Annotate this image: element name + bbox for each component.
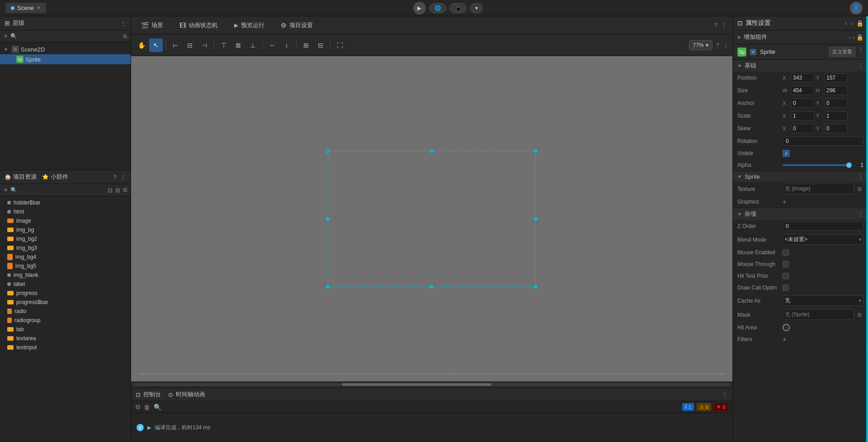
- scene-tab-close[interactable]: ✕: [37, 5, 41, 11]
- search-log-icon[interactable]: 🔍: [154, 404, 161, 411]
- props-collapse-icon[interactable]: ‹: [845, 20, 847, 27]
- scale-y-input[interactable]: [824, 111, 848, 120]
- size-w-input[interactable]: [791, 86, 814, 95]
- section-basic-menu[interactable]: ⋮: [858, 62, 863, 69]
- mouse-through-checkbox[interactable]: [783, 261, 789, 267]
- asset-item-radiogroup[interactable]: radiogroup: [0, 316, 131, 325]
- props-lock-icon[interactable]: 🔒: [856, 20, 863, 27]
- zoom-selector[interactable]: 77% ▾: [689, 40, 712, 50]
- custom-var-button[interactable]: 定义变量: [829, 47, 855, 57]
- hierarchy-search-input[interactable]: [20, 33, 120, 39]
- asset-item-img-bg[interactable]: img_bg: [0, 225, 131, 234]
- tree-item-scene2d[interactable]: ▼ S Scene2D: [0, 44, 131, 54]
- mask-select[interactable]: 无 (Sprite): [783, 309, 854, 320]
- skew-y-input[interactable]: [824, 124, 848, 133]
- sprite-expand-icon[interactable]: ⋮: [858, 47, 863, 57]
- tab-project-assets[interactable]: 🏠 项目资源: [5, 173, 37, 181]
- more-button[interactable]: ▾: [470, 3, 483, 13]
- section-sprite-header[interactable]: ▼ Sprite ⋮: [733, 171, 868, 182]
- handle-mid-left[interactable]: [326, 217, 330, 221]
- tab-preview-run[interactable]: ▶ 预览运行: [230, 19, 269, 32]
- scene-tab[interactable]: Scene ✕: [5, 3, 46, 13]
- section-sprite-menu[interactable]: ⋮: [858, 174, 863, 180]
- copy-log-icon[interactable]: ⧉: [136, 403, 140, 411]
- hierarchy-menu-icon[interactable]: ⋮: [120, 20, 126, 27]
- texture-open-icon[interactable]: ⧉: [856, 186, 863, 192]
- tool-grid1[interactable]: ⊞: [299, 38, 313, 52]
- nav-lock-icon[interactable]: 🔒: [856, 34, 863, 41]
- canvas-help-icon[interactable]: ?: [716, 42, 719, 48]
- asset-item-textinput[interactable]: textinput: [0, 343, 131, 352]
- skew-x-input[interactable]: [791, 124, 814, 133]
- asset-item-label[interactable]: label: [0, 280, 131, 289]
- cache-as-select[interactable]: 无 ▾: [783, 295, 863, 306]
- top-menu-icon[interactable]: ⋮: [721, 22, 727, 29]
- asset-item-img-bg2[interactable]: img_bg2: [0, 234, 131, 243]
- tab-project-settings[interactable]: ⚙ 项目设置: [276, 19, 317, 32]
- handle-top-center[interactable]: [430, 149, 434, 153]
- asset-item-hsliderbar[interactable]: hslider$bar: [0, 198, 131, 207]
- sprite-visible-checkbox[interactable]: ✓: [750, 49, 756, 55]
- hit-area-icon[interactable]: ○: [783, 324, 790, 331]
- zorder-input[interactable]: [783, 222, 863, 231]
- blendmode-select[interactable]: <未设置> ▾: [783, 234, 863, 245]
- right-cyan-scrollbar[interactable]: [866, 16, 868, 442]
- asset-item-progressbar[interactable]: progress$bar: [0, 298, 131, 307]
- handle-bot-right[interactable]: [534, 285, 538, 289]
- assets-copy-icon[interactable]: ⧉: [123, 186, 127, 194]
- handle-mid-right[interactable]: [534, 217, 538, 221]
- position-y-input[interactable]: [824, 73, 848, 82]
- bottom-panel-menu-icon[interactable]: ⋮: [722, 391, 728, 398]
- tab-animation-timeline[interactable]: ⊙ 时间轴动画: [168, 390, 205, 399]
- visible-checkbox[interactable]: ✓: [783, 150, 790, 157]
- mask-open-icon[interactable]: ⧉: [856, 312, 863, 318]
- add-component-button[interactable]: + 增加组件: [737, 33, 767, 41]
- tool-hand[interactable]: ✋: [135, 38, 148, 52]
- handle-bot-left[interactable]: [326, 285, 330, 289]
- asset-item-img-blank[interactable]: img_blank: [0, 271, 131, 280]
- asset-item-html[interactable]: html: [0, 207, 131, 216]
- sprite-canvas-rect[interactable]: [328, 151, 536, 287]
- top-help-icon[interactable]: ?: [714, 22, 717, 29]
- asset-item-img-bg5[interactable]: img_bg5: [0, 261, 131, 271]
- hierarchy-add-icon[interactable]: +: [4, 32, 8, 40]
- mobile-button[interactable]: 📱: [450, 3, 467, 13]
- asset-item-tab[interactable]: tab: [0, 325, 131, 334]
- tool-align-top[interactable]: ⊤: [217, 38, 231, 52]
- nav-prev-icon[interactable]: ‹: [849, 34, 850, 41]
- asset-item-radio[interactable]: radio: [0, 307, 131, 316]
- tab-scene[interactable]: 🎬 场景: [137, 19, 168, 32]
- asset-item-img-bg4[interactable]: img_bg4: [0, 252, 131, 261]
- anchor-x-input[interactable]: [791, 99, 814, 108]
- anchor-y-input[interactable]: [824, 99, 848, 108]
- canvas-hscrollbar[interactable]: [131, 381, 732, 388]
- handle-bot-center[interactable]: [430, 285, 434, 289]
- clear-log-icon[interactable]: 🗑: [144, 404, 150, 411]
- handle-top-right[interactable]: [534, 149, 538, 153]
- tool-grid2[interactable]: ⊟: [314, 38, 327, 52]
- canvas-menu-icon[interactable]: ⋮: [723, 42, 729, 48]
- play-button[interactable]: ▶: [413, 2, 426, 14]
- canvas-area[interactable]: [131, 56, 732, 381]
- filters-add-btn[interactable]: +: [783, 336, 786, 343]
- tab-console[interactable]: ⊡ 控制台: [136, 390, 161, 399]
- tool-align-bottom[interactable]: ⊥: [246, 38, 259, 52]
- tree-item-sprite[interactable]: Sp Sprite: [0, 54, 131, 64]
- handle-top-left[interactable]: [326, 149, 330, 153]
- texture-select[interactable]: 无 (Image): [783, 184, 854, 194]
- size-h-input[interactable]: [824, 86, 848, 95]
- globe-button[interactable]: 🌐: [429, 3, 446, 13]
- tool-fit-h[interactable]: ↔: [265, 38, 279, 52]
- tool-align-right-edge[interactable]: ⊣: [198, 38, 211, 52]
- tab-animation-state[interactable]: 🎞 动画状态机: [175, 19, 222, 32]
- hierarchy-copy-icon[interactable]: ⧉: [123, 33, 127, 39]
- section-misc-header[interactable]: ▼ 杂项 ⋮: [733, 208, 868, 220]
- assets-menu-icon[interactable]: ⋮: [120, 174, 126, 181]
- asset-item-progress[interactable]: progress: [0, 289, 131, 298]
- section-misc-menu[interactable]: ⋮: [858, 211, 863, 217]
- alpha-slider-thumb[interactable]: [846, 162, 852, 168]
- position-x-input[interactable]: [791, 73, 814, 82]
- assets-search-input[interactable]: [20, 187, 105, 193]
- mouse-enabled-checkbox[interactable]: [783, 249, 789, 256]
- tool-align-middle[interactable]: ⊠: [231, 38, 245, 52]
